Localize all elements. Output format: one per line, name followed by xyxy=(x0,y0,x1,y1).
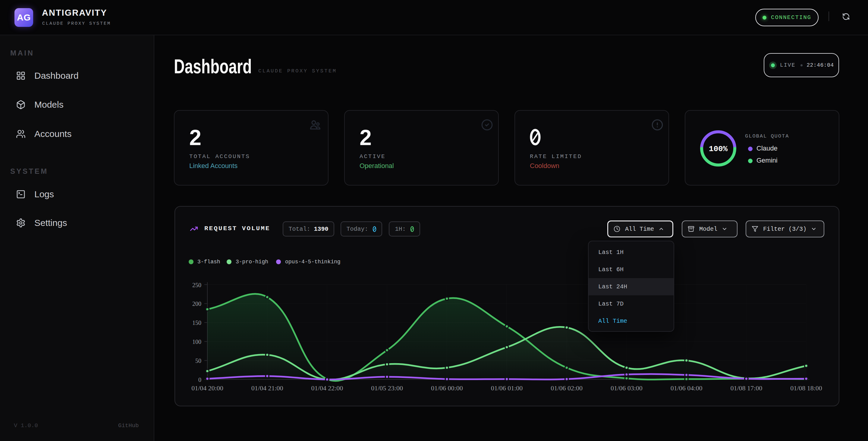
svg-text:50: 50 xyxy=(195,357,201,364)
svg-text:01/06 03:00: 01/06 03:00 xyxy=(611,384,643,392)
svg-text:01/06 02:00: 01/06 02:00 xyxy=(551,384,583,392)
svg-text:01/05 23:00: 01/05 23:00 xyxy=(371,384,403,392)
svg-text:01/06 01:00: 01/06 01:00 xyxy=(491,384,523,392)
svg-text:01/08 17:00: 01/08 17:00 xyxy=(730,384,762,392)
svg-text:01/06 00:00: 01/06 00:00 xyxy=(431,384,463,392)
svg-text:200: 200 xyxy=(192,300,201,307)
svg-text:100: 100 xyxy=(192,339,201,345)
svg-text:01/04 22:00: 01/04 22:00 xyxy=(311,384,343,392)
svg-text:100%: 100% xyxy=(709,145,728,153)
svg-text:01/04 20:00: 01/04 20:00 xyxy=(191,384,223,392)
svg-text:250: 250 xyxy=(192,282,201,288)
svg-text:150: 150 xyxy=(192,319,201,326)
svg-text:01/06 04:00: 01/06 04:00 xyxy=(671,384,703,392)
svg-text:01/08 18:00: 01/08 18:00 xyxy=(790,384,822,392)
svg-text:0: 0 xyxy=(198,377,201,383)
svg-text:01/04 21:00: 01/04 21:00 xyxy=(251,384,283,392)
